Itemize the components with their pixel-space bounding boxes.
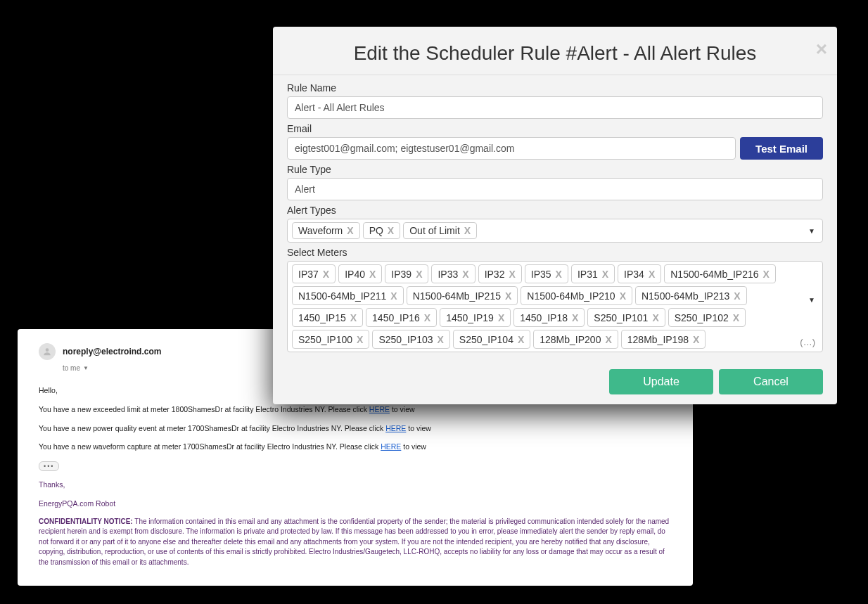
tag-label: N1500-64Mb_IP211 <box>298 290 386 302</box>
tag-remove-icon[interactable]: X <box>464 225 471 236</box>
tag-remove-icon[interactable]: X <box>350 312 357 323</box>
tag-item: S250_IP102X <box>668 308 746 327</box>
modal-title: Edit the Scheduler Rule #Alert - All Ale… <box>287 42 823 65</box>
tag-remove-icon[interactable]: X <box>605 334 611 345</box>
email-body: Hello, You have a new exceeded limit at … <box>39 385 672 567</box>
tag-item: IP33X <box>431 264 475 283</box>
tag-item: N1500-64Mb_IP215X <box>407 286 518 305</box>
tag-item: S250_IP103X <box>372 330 449 349</box>
modal-header: Edit the Scheduler Rule #Alert - All Ale… <box>273 27 837 75</box>
rule-name-input[interactable] <box>287 96 823 119</box>
tag-item: 1450_IP18X <box>513 308 585 327</box>
tag-remove-icon[interactable]: X <box>556 269 562 280</box>
email-to-label: to me <box>63 364 80 372</box>
tag-remove-icon[interactable]: X <box>498 312 504 323</box>
chevron-down-icon[interactable]: ▼ <box>808 296 815 304</box>
select-meters-select[interactable]: IP37XIP40XIP39XIP33XIP32XIP35XIP31XIP34X… <box>287 261 823 352</box>
alert-types-select[interactable]: WaveformXPQXOut of LimitX ▼ <box>287 219 823 243</box>
cancel-button[interactable]: Cancel <box>719 369 823 394</box>
tag-remove-icon[interactable]: X <box>763 269 770 280</box>
tag-remove-icon[interactable]: X <box>357 334 363 345</box>
tag-remove-icon[interactable]: X <box>416 269 422 280</box>
tag-remove-icon[interactable]: X <box>693 334 699 345</box>
tag-label: IP33 <box>438 269 458 280</box>
tag-label: 1450_IP16 <box>372 312 420 323</box>
tag-remove-icon[interactable]: X <box>652 312 658 323</box>
tag-item: N1500-64Mb_IP213X <box>635 286 747 305</box>
tag-item: S250_IP100X <box>292 330 369 349</box>
email-link[interactable]: HERE <box>381 442 401 451</box>
tag-item: 128Mb_IP200X <box>533 330 618 349</box>
tag-item: N1500-64Mb_IP210X <box>521 286 632 305</box>
tag-label: N1500-64Mb_IP213 <box>642 290 729 302</box>
edit-scheduler-rule-modal: Edit the Scheduler Rule #Alert - All Ale… <box>273 27 837 404</box>
alert-types-label: Alert Types <box>287 205 823 216</box>
tag-label: S250_IP104 <box>459 334 513 345</box>
tag-remove-icon[interactable]: X <box>733 312 739 323</box>
test-email-button[interactable]: Test Email <box>740 137 823 160</box>
tag-remove-icon[interactable]: X <box>390 290 397 302</box>
email-thanks: Thanks, <box>39 479 672 491</box>
tag-remove-icon[interactable]: X <box>572 312 578 323</box>
tag-item: IP34X <box>618 264 661 283</box>
tag-item: WaveformX <box>292 222 360 239</box>
tag-label: 1450_IP15 <box>298 312 346 323</box>
confidentiality-notice: CONFIDENTIALITY NOTICE: The information … <box>39 517 672 568</box>
tag-label: IP39 <box>391 269 411 280</box>
tag-remove-icon[interactable]: X <box>424 312 430 323</box>
update-button[interactable]: Update <box>609 369 713 394</box>
tag-remove-icon[interactable]: X <box>734 290 740 302</box>
tag-remove-icon[interactable]: X <box>620 290 626 302</box>
tag-remove-icon[interactable]: X <box>505 290 511 302</box>
tag-remove-icon[interactable]: X <box>438 334 444 345</box>
tag-label: IP31 <box>577 269 598 280</box>
tag-remove-icon[interactable]: X <box>509 269 515 280</box>
confidentiality-body: The information contained in this email … <box>39 518 669 566</box>
select-meters-label: Select Meters <box>287 247 823 258</box>
tag-remove-icon[interactable]: X <box>388 225 394 236</box>
tag-remove-icon[interactable]: X <box>602 269 608 280</box>
tag-item: S250_IP101X <box>587 308 665 327</box>
tag-item: Out of LimitX <box>403 222 477 239</box>
tag-remove-icon[interactable]: X <box>518 334 524 345</box>
expand-trimmed-icon[interactable]: ••• <box>39 461 59 471</box>
tag-label: PQ <box>369 225 383 236</box>
tag-label: 1450_IP19 <box>446 312 494 323</box>
email-link[interactable]: HERE <box>385 424 406 432</box>
chevron-down-icon: ▼ <box>83 365 89 371</box>
tag-label: N1500-64Mb_IP216 <box>670 269 758 280</box>
tag-item: IP32X <box>478 264 522 283</box>
tag-remove-icon[interactable]: X <box>462 269 468 280</box>
close-icon[interactable]: × <box>816 38 827 60</box>
tag-label: S250_IP103 <box>378 334 433 345</box>
tag-label: IP35 <box>531 269 551 280</box>
avatar <box>39 343 56 360</box>
tag-label: 128Mb_IP200 <box>540 334 601 345</box>
tag-label: 128Mb_IP198 <box>627 334 689 345</box>
email-signature: EnergyPQA.com Robot <box>39 498 672 510</box>
tag-remove-icon[interactable]: X <box>369 269 376 280</box>
svg-point-0 <box>46 348 49 352</box>
email-input[interactable] <box>287 137 736 160</box>
tag-item: IP37X <box>292 264 336 283</box>
email-link[interactable]: HERE <box>369 405 390 413</box>
rule-type-input[interactable] <box>287 178 823 200</box>
tag-label: IP37 <box>298 269 319 280</box>
confidentiality-heading: CONFIDENTIALITY NOTICE: <box>39 518 133 525</box>
tag-label: S250_IP101 <box>594 312 648 323</box>
tag-label: IP32 <box>485 269 505 280</box>
tag-label: S250_IP100 <box>298 334 352 345</box>
tag-label: 1450_IP18 <box>520 312 568 323</box>
tag-remove-icon[interactable]: X <box>649 269 655 280</box>
tag-remove-icon[interactable]: X <box>347 225 353 236</box>
tag-remove-icon[interactable]: X <box>323 269 329 280</box>
meters-overflow-hint: (…) <box>800 337 815 347</box>
chevron-down-icon[interactable]: ▼ <box>808 227 815 235</box>
email-line: You have a new exceeded limit at meter 1… <box>39 404 672 416</box>
tag-label: IP40 <box>345 269 365 280</box>
tag-label: N1500-64Mb_IP210 <box>527 290 615 302</box>
tag-item: 1450_IP16X <box>366 308 437 327</box>
rule-type-label: Rule Type <box>287 164 823 175</box>
tag-item: IP39X <box>385 264 428 283</box>
tag-label: Out of Limit <box>409 225 460 236</box>
